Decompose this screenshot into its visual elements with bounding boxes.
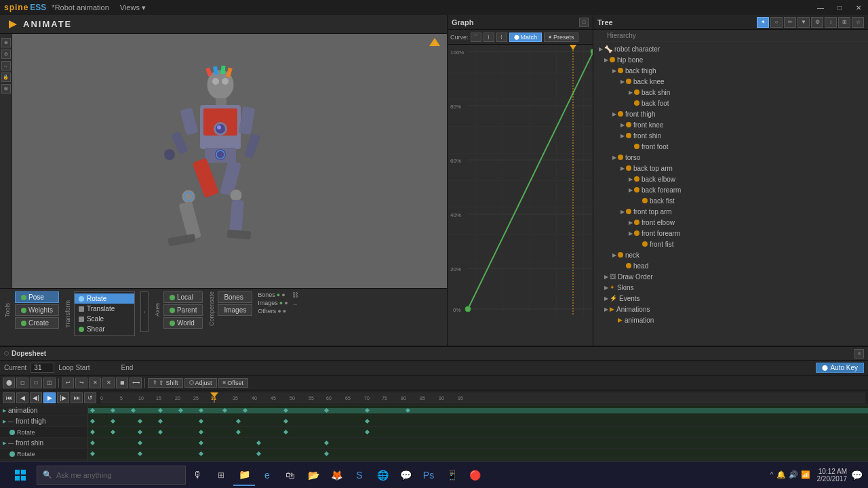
taskbar-icon-cortana[interactable]: 🎙 — [187, 464, 209, 486]
taskbar-icon-firefox[interactable]: 🦊 — [326, 464, 347, 486]
track-front-thigh[interactable]: ▶ — front thigh — [0, 416, 868, 427]
tree-node-neck[interactable]: ▶ neck — [610, 249, 868, 260]
tree-node-back-elbow[interactable]: ▶ back elbow — [626, 174, 868, 184]
current-input[interactable] — [31, 363, 54, 373]
tree-node-animation[interactable]: ▶ ▶ animation — [610, 314, 868, 325]
tree-node-back-top-arm[interactable]: ▶ back top arm — [618, 163, 868, 174]
taskbar-icon-ps[interactable]: Ps — [418, 464, 439, 486]
tree-node-events[interactable]: ▶ ⚡ Events — [601, 293, 868, 304]
tree-node-robot-character[interactable]: ▶ 🦴 robot character — [593, 43, 868, 54]
tool-btn-2[interactable]: ⊖ — [1, 49, 11, 59]
track-rotate-1[interactable]: Rotate — [0, 427, 868, 438]
pb-step-fwd[interactable]: |▶ — [57, 392, 69, 403]
maximize-btn[interactable]: □ — [830, 0, 849, 15]
tree-node-front-forearm[interactable]: ▶ front forearm — [626, 228, 868, 239]
tree-node-front-knee[interactable]: ▶ front knee — [618, 119, 868, 130]
scale-menu-item[interactable]: Scale — [75, 314, 134, 324]
taskbar-icon-files[interactable]: 📂 — [302, 464, 324, 486]
shift-btn[interactable]: ⇧ ⇧ Shift — [148, 378, 183, 388]
ds-tool-7[interactable]: ✕ — [89, 378, 101, 388]
ds-tool-9[interactable]: ◼ — [116, 378, 128, 388]
pb-play[interactable]: ▶ — [43, 392, 56, 403]
translate-menu-item[interactable]: Translate — [75, 304, 134, 314]
ds-tool-1[interactable]: ⬤ — [3, 378, 15, 388]
ds-tool-3[interactable]: □ — [30, 378, 42, 388]
curve-btn-1[interactable]: ⌒ — [471, 33, 481, 42]
ds-tool-5[interactable]: ↩ — [62, 378, 74, 388]
shear-menu-item[interactable]: Shear — [75, 324, 134, 334]
tree-btn-3[interactable]: ✏ — [784, 17, 796, 28]
tree-node-front-thigh[interactable]: ▶ front thigh — [610, 108, 868, 119]
tree-node-hip-bone[interactable]: ▶ hip bone — [601, 54, 868, 65]
search-bar[interactable]: 🔍 Ask me anything — [37, 466, 186, 485]
presets-btn[interactable]: ★ Presets — [544, 33, 578, 42]
datetime-display[interactable]: 10:12 AM 2/20/2017 — [817, 468, 848, 483]
ds-tool-8[interactable]: ✕ — [102, 378, 115, 388]
tree-node-animations[interactable]: ▶ ▶ Animations — [601, 304, 868, 314]
ds-tool-2[interactable]: ◻ — [16, 378, 28, 388]
tree-btn-bone[interactable]: ✦ — [757, 17, 769, 28]
tree-node-skins[interactable]: ▶ ✦ Skins — [601, 282, 868, 293]
tool-btn-1[interactable]: ⊕ — [1, 38, 11, 47]
tree-node-front-shin[interactable]: ▶ front shin — [618, 130, 868, 141]
expand-btn[interactable]: › — [140, 291, 149, 332]
track-front-shin[interactable]: ▶ — front shin — [0, 438, 868, 449]
graph-btn-1[interactable]: □ — [579, 18, 589, 27]
tree-node-back-forearm[interactable]: ▶ back forearm — [626, 184, 868, 195]
ds-tool-6[interactable]: ↪ — [75, 378, 87, 388]
ds-header-btn[interactable]: ≡ — [854, 349, 864, 359]
tree-node-torso[interactable]: ▶ torso — [610, 152, 868, 163]
tree-node-front-top-arm[interactable]: ▶ front top arm — [618, 206, 868, 217]
taskbar-icon-uac[interactable]: S — [349, 464, 370, 486]
tree-btn-4[interactable]: ▼ — [797, 17, 810, 28]
bones-toggle[interactable]: Bones — [218, 291, 252, 303]
ds-tool-4[interactable]: ◫ — [43, 378, 56, 388]
tool-btn-5[interactable]: ⊞ — [1, 84, 11, 94]
tree-node-back-shin[interactable]: ▶ back shin — [626, 87, 868, 98]
tree-node-front-elbow[interactable]: ▶ front elbow — [626, 217, 868, 228]
auto-key-btn[interactable]: ⬤ Auto Key — [816, 363, 864, 373]
tree-node-back-fist[interactable]: ▶ back fist — [634, 195, 868, 206]
ds-tool-10[interactable]: ⟷ — [130, 378, 142, 388]
pb-skip-end[interactable]: ⏭ — [71, 392, 83, 403]
taskbar-icon-chrome[interactable]: 🌐 — [372, 464, 393, 486]
match-btn[interactable]: ⬤ Match — [509, 33, 542, 42]
track-rotate-2[interactable]: Rotate — [0, 449, 868, 460]
track-animation[interactable]: ▶ animation — [0, 405, 868, 416]
tool-btn-4[interactable]: 🔒 — [1, 73, 11, 82]
notification-btn[interactable]: 💬 — [851, 470, 863, 481]
curve-btn-3[interactable]: ⟨ — [496, 33, 507, 42]
taskbar-icon-msg[interactable]: 💬 — [395, 464, 416, 486]
tree-node-head[interactable]: ▶ head — [618, 260, 868, 271]
pb-prev[interactable]: ◀ — [16, 392, 28, 403]
tree-btn-5[interactable]: ⚙ — [811, 17, 823, 28]
taskbar-icon-red[interactable]: 🔴 — [464, 464, 486, 486]
tree-btn-6[interactable]: ↕ — [825, 17, 837, 28]
sys-tray[interactable]: ^ 🔔 🔊 📶 — [768, 470, 813, 479]
offset-btn[interactable]: ≡ Offset — [218, 378, 249, 388]
minimize-btn[interactable]: — — [811, 0, 830, 15]
local-btn[interactable]: Local — [163, 291, 203, 303]
parent-btn[interactable]: Parent — [163, 304, 203, 316]
start-btn[interactable] — [5, 463, 35, 487]
views-menu[interactable]: Views ▾ — [120, 3, 146, 12]
weights-btn[interactable]: Weights — [15, 304, 59, 316]
tree-node-back-thigh[interactable]: ▶ back thigh — [610, 65, 868, 76]
tool-btn-3[interactable]: ↔ — [1, 61, 11, 70]
taskbar-icon-taskview[interactable]: ⊞ — [210, 464, 232, 486]
world-btn[interactable]: World — [163, 317, 203, 329]
tree-node-back-foot[interactable]: ▶ back foot — [626, 98, 868, 108]
pb-step-back[interactable]: ◀| — [30, 392, 42, 403]
tree-node-draw-order[interactable]: ▶ 🖼 Draw Order — [601, 271, 868, 282]
tree-node-back-knee[interactable]: ▶ back knee — [618, 76, 868, 87]
taskbar-icon-phone[interactable]: 📱 — [441, 464, 462, 486]
taskbar-icon-store[interactable]: 🛍 — [279, 464, 301, 486]
close-btn[interactable]: ✕ — [849, 0, 868, 15]
rotate-menu-item[interactable]: Rotate — [75, 293, 134, 304]
pose-btn[interactable]: Pose — [15, 291, 59, 303]
pb-loop[interactable]: ↺ — [84, 392, 96, 403]
adjust-btn[interactable]: ⬡ Adjust — [184, 378, 217, 388]
taskbar-icon-edge[interactable]: e — [256, 464, 278, 486]
tree-btn-2[interactable]: ○ — [770, 17, 783, 28]
images-toggle[interactable]: Images — [218, 304, 252, 316]
